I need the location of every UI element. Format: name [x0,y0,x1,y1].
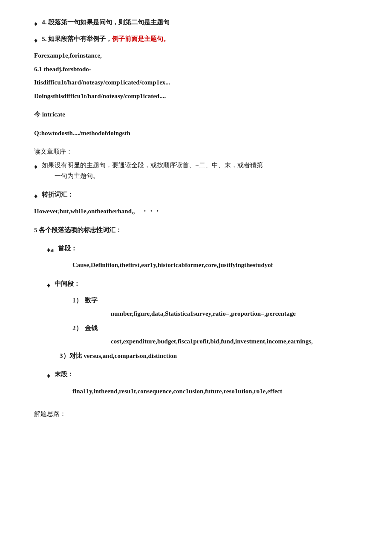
last-para-words: fina11y,intheend,resu1t,consequence,conc… [47,386,358,397]
section-a-bullet: ♦a [47,244,54,256]
last-para-label: 末段： [55,369,74,380]
transition-header: ♦ 转折词汇： [34,189,358,202]
reading-order-text: 如果没有明显的主题句，要通读全段，或按顺序读首、+二、中、末，或者猜第一句为主题… [42,160,262,182]
reading-order-section: 读文章顺序： ♦ 如果没有明显的主题句，要通读全段，或按顺序读首、+二、中、末，… [34,146,358,182]
transition-bullet: ♦ [34,190,37,202]
bullet-icon2: ♦ [34,35,37,46]
middle-para-bullet: ♦ [47,279,50,291]
last-para-header: ♦ 末段： [47,369,358,381]
num1-section: 1）1）数字数字 number,figure,data,Statistica1s… [47,295,358,320]
num2-words: cost,expenditure,budget,fisca1profit,bid… [72,336,358,347]
middle-para-header: ♦ 中间段： [47,279,358,291]
doingsthis-label: Doingsthisdifficu1t/hard/noteasy/comp1ic… [34,91,358,102]
section61-label: 6.1 tbeadj.forsbtodo- [34,64,358,75]
section-a: ♦a 首段： Cause,Definition,thefirst,ear1y,h… [34,243,358,271]
reading-order-item: ♦ 如果没有明显的主题句，要通读全段，或按顺序读首、+二、中、末，或者猜第一句为… [34,160,358,182]
reading-bullet: ♦ [34,161,37,172]
num1-label: 1）1）数字数字 [72,295,358,306]
transition-words: However,but,whi1e,ontheotherhand,, ・・・ [34,206,358,217]
last-para-bullet: ♦ [47,370,50,381]
item5: ♦ 5. 如果段落中有举例子，例子前面是主题句。 [34,34,358,46]
num3-section: 3）对比 versus,and,comparison,distinction [47,351,358,362]
qhow-label: Q:howtodosth..../methodofdoingsth [34,128,358,139]
qhow-section: Q:howtodosth..../methodofdoingsth [34,128,358,139]
section5: 5 各个段落选项的标志性词汇： [34,225,358,236]
item4-text: 4. 段落第一句如果是问句，则第二句是主题句 [42,17,170,28]
middle-para-section: ♦ 中间段： 1）1）数字数字 number,figure,data,Stati… [34,279,358,362]
section-a-label: 首段： [58,243,77,254]
num2-section: 2）金钱 cost,expenditure,budget,fisca1profi… [47,323,358,347]
item5-text-main: 5. 如果段落中有举例子， [42,35,112,42]
item5-text: 5. 如果段落中有举例子，例子前面是主题句。 [42,34,170,45]
item4: ♦ 4. 段落第一句如果是问句，则第二句是主题句 [34,17,358,29]
solution-section: 解题思路： [34,409,358,420]
first-para-words: Cause,Definition,thefirst,ear1y,historic… [47,260,358,271]
num1-words: number,figure,data,Statistica1survey,rat… [72,308,358,320]
section-a-header: ♦a 首段： [47,243,358,256]
num3-label: 3）对比 versus,and,comparison,distinction [60,351,358,362]
intricate-label: 今 intricate [34,109,358,120]
section5-label: 5 各个段落选项的标志性词汇： [34,225,358,236]
reading-order-label: 读文章顺序： [34,146,358,157]
forexample-section: Forexamp1e,forinstance, 6.1 tbeadj.forsb… [34,50,358,102]
num1-number: 1） [72,297,82,304]
bullet-icon: ♦ [34,18,37,29]
last-para-section: ♦ 末段： fina11y,intheend,resu1t,consequenc… [34,369,358,397]
transition-label: 转折词汇： [42,189,74,200]
forexample-label: Forexamp1e,forinstance, [34,50,358,61]
item5-highlight: 例子前面是主题句。 [112,35,170,42]
solution-label: 解题思路： [34,409,358,420]
itisdifficult-label: Itisdifficu1t/hard/noteasy/comp1icated/c… [34,77,358,88]
transition-section: ♦ 转折词汇： However,but,whi1e,ontheotherhand… [34,189,358,217]
middle-para-label: 中间段： [55,279,80,290]
intricate-section: 今 intricate [34,109,358,120]
num2-label: 2）金钱 [72,323,358,334]
num2-number: 2） [72,325,82,331]
